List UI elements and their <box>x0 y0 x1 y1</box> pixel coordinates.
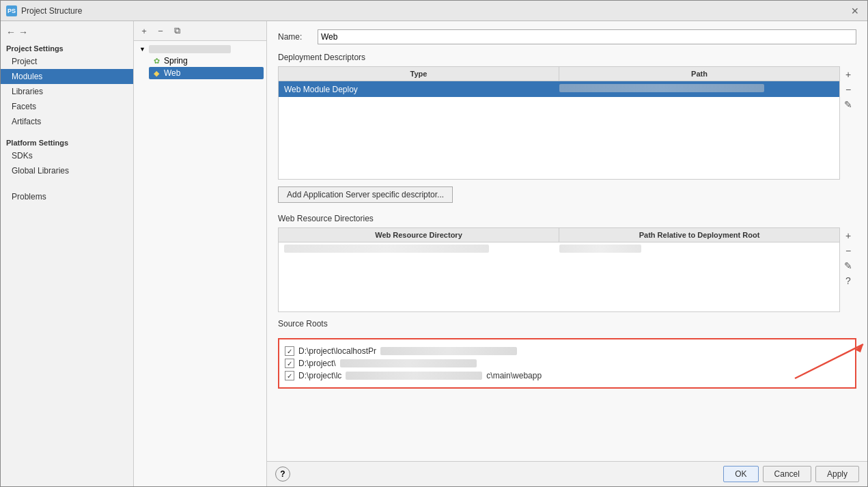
title-bar-left: PS Project Structure <box>6 5 82 16</box>
footer-right: OK Cancel Apply <box>723 466 859 482</box>
sidebar-item-global-libraries[interactable]: Global Libraries <box>1 163 133 178</box>
web-label: Web <box>164 68 180 78</box>
name-label: Name: <box>278 32 312 42</box>
source-roots-wrapper: ✓ D:\project\localhostPr ✓ D:\project\ <box>278 333 856 389</box>
footer-left: ? <box>275 467 290 482</box>
source-checkbox-2[interactable]: ✓ <box>285 359 294 368</box>
sidebar-item-artifacts[interactable]: Artifacts <box>1 114 133 129</box>
edit-deployment-button[interactable]: ✎ <box>841 98 855 111</box>
deployment-table-empty <box>279 97 839 179</box>
source-path-2: D:\project\ <box>298 359 336 368</box>
app-icon: PS <box>6 5 17 16</box>
edit-web-resource-button[interactable]: ✎ <box>841 259 855 273</box>
source-checkbox-3[interactable]: ✓ <box>285 371 294 380</box>
svg-line-0 <box>795 344 863 378</box>
project-structure-dialog: PS Project Structure ✕ ← → Project Setti… <box>0 0 868 487</box>
add-web-resource-button[interactable]: + <box>841 229 855 242</box>
source-row-3: ✓ D:\project\lc c\main\webapp <box>285 370 850 382</box>
source-row-1: ✓ D:\project\localhostPr <box>285 345 850 357</box>
source-row-2: ✓ D:\project\ <box>285 357 850 370</box>
web-resource-table: Web Resource Directory Path Relative to … <box>278 227 840 312</box>
red-arrow-annotation <box>795 337 867 385</box>
type-column-header: Type <box>279 67 559 81</box>
sidebar-item-problems[interactable]: Problems <box>1 189 133 204</box>
blurred-path-2 <box>340 359 477 367</box>
remove-module-button[interactable]: − <box>153 23 168 38</box>
sidebar-item-facets[interactable]: Facets <box>1 99 133 114</box>
web-resource-row[interactable] <box>279 242 839 257</box>
project-settings-label: Project Settings <box>1 40 133 54</box>
tree-node-web[interactable]: ◆ Web <box>149 67 264 79</box>
remove-web-resource-button[interactable]: − <box>841 244 855 258</box>
source-roots-section: ✓ D:\project\localhostPr ✓ D:\project\ <box>278 338 856 389</box>
sidebar-item-modules[interactable]: Modules <box>1 69 133 84</box>
sidebar-item-sdks[interactable]: SDKs <box>1 148 133 163</box>
add-module-button[interactable]: + <box>137 23 152 38</box>
path-relative-value <box>559 245 835 255</box>
main-scroll-area: Name: Deployment Descriptors Type Path <box>267 21 867 461</box>
source-roots-title: Source Roots <box>278 319 856 329</box>
sidebar-item-libraries[interactable]: Libraries <box>1 84 133 99</box>
main-content: Name: Deployment Descriptors Type Path <box>267 21 867 486</box>
web-icon: ◆ <box>152 68 161 78</box>
deployment-table: Type Path Web Module Deploy <box>278 66 840 180</box>
deployment-path-cell <box>559 84 835 94</box>
back-arrow[interactable]: ← <box>6 27 16 38</box>
forward-arrow[interactable]: → <box>18 27 28 38</box>
ok-button[interactable]: OK <box>723 466 758 482</box>
close-button[interactable]: ✕ <box>848 4 862 18</box>
help-web-resource-button[interactable]: ? <box>841 274 855 288</box>
dialog-title: Project Structure <box>21 6 82 16</box>
deployment-descriptors-title: Deployment Descriptors <box>278 53 856 62</box>
platform-settings-label: Platform Settings <box>1 135 133 148</box>
deployment-table-header: Type Path <box>279 67 839 81</box>
copy-module-button[interactable]: ⧉ <box>169 23 184 38</box>
path-column-header: Path <box>559 67 839 81</box>
apply-button[interactable]: Apply <box>815 466 859 482</box>
dialog-body: ← → Project Settings Project Modules Lib… <box>1 21 867 486</box>
tree-toolbar: + − ⧉ <box>134 21 266 41</box>
title-bar: PS Project Structure ✕ <box>1 1 867 21</box>
deployment-right-buttons: + − ✎ <box>840 66 856 180</box>
deployment-descriptors-container: Type Path Web Module Deploy <box>278 66 856 180</box>
cancel-button[interactable]: Cancel <box>763 466 811 482</box>
module-tree-panel: + − ⧉ ▼ ✿ Spring <box>134 21 267 486</box>
name-field-row: Name: <box>278 29 856 44</box>
web-resource-container: Web Resource Directory Path Relative to … <box>278 227 856 312</box>
deployment-table-inner: Type Path Web Module Deploy <box>279 67 839 179</box>
spring-icon: ✿ <box>152 56 161 66</box>
deployment-row-selected[interactable]: Web Module Deploy <box>279 81 839 97</box>
blurred-dir <box>284 245 489 253</box>
blurred-rel-path <box>559 245 641 253</box>
source-checkbox-1[interactable]: ✓ <box>285 346 294 356</box>
dialog-footer: ? OK Cancel Apply <box>267 461 867 486</box>
blurred-path <box>559 84 764 92</box>
web-resource-empty <box>279 257 839 311</box>
web-resource-directories-title: Web Resource Directories <box>278 214 856 223</box>
web-resource-table-inner: Web Resource Directory Path Relative to … <box>279 228 839 311</box>
blurred-path-1 <box>380 347 517 355</box>
source-path-3: D:\project\lc <box>298 371 341 380</box>
expand-icon: ▼ <box>139 46 146 53</box>
spring-label: Spring <box>164 56 188 66</box>
blurred-module-name <box>149 45 231 53</box>
sidebar: ← → Project Settings Project Modules Lib… <box>1 21 134 486</box>
web-resource-dir-col: Web Resource Directory <box>279 228 559 242</box>
blurred-path-3 <box>346 372 482 380</box>
add-descriptor-button[interactable]: Add Application Server specific descript… <box>278 186 453 203</box>
tree-node-parent[interactable]: ▼ <box>137 44 264 55</box>
path-relative-col: Path Relative to Deployment Root <box>559 228 839 242</box>
module-tree: ▼ ✿ Spring ◆ Web <box>134 41 266 486</box>
deployment-type-cell: Web Module Deploy <box>284 85 559 94</box>
web-dir-value <box>284 245 559 255</box>
remove-deployment-button[interactable]: − <box>841 83 855 96</box>
name-input[interactable] <box>318 29 856 44</box>
add-deployment-button[interactable]: + <box>841 68 855 81</box>
sidebar-item-project[interactable]: Project <box>1 54 133 69</box>
source-path-1: D:\project\localhostPr <box>298 346 376 356</box>
web-resource-header: Web Resource Directory Path Relative to … <box>279 228 839 242</box>
help-button[interactable]: ? <box>275 467 290 482</box>
source-path-3-suffix: c\main\webapp <box>486 371 542 380</box>
tree-node-spring[interactable]: ✿ Spring <box>149 55 264 67</box>
web-resource-right-buttons: + − ✎ ? <box>840 227 856 312</box>
